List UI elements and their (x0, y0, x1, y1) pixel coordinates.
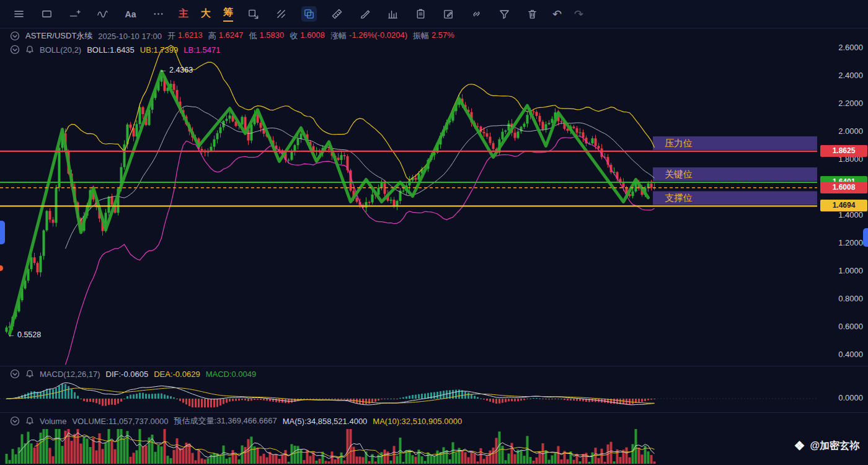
volume-legend: Volume VOLUME:11,057,737.0000 预估成交量:31,3… (10, 415, 462, 427)
annotate-box-icon[interactable] (246, 6, 261, 22)
close-label: 收 (290, 30, 298, 42)
candles-layer (6, 71, 656, 333)
boll-name: BOLL(20,2) (40, 45, 81, 55)
alert-bell-icon[interactable] (25, 417, 34, 425)
low-label: 低 (249, 30, 257, 42)
low-value: 1.5830 (260, 30, 285, 42)
histogram-icon[interactable] (385, 6, 401, 22)
macd-dif-value: DIF:-0.0605 (106, 370, 149, 379)
price-tick: 2.4000 (818, 71, 863, 80)
brand-diamond-icon: ❖ (794, 438, 805, 453)
copy-tool-icon[interactable] (301, 6, 317, 22)
redo-icon[interactable]: ↷ (574, 9, 583, 20)
watermark: ❖ @加密玄祢 (794, 438, 859, 453)
boll-lower-line (66, 136, 655, 365)
open-value: 1.6213 (178, 30, 203, 42)
boll-ub-value: UB:1.7399 (140, 45, 178, 55)
volume-ma5-value: MA(5):34,858,521.4000 (283, 417, 368, 426)
text-tool-icon[interactable]: Aa (123, 6, 138, 22)
left-scroll-handle[interactable] (0, 221, 5, 244)
menu-icon[interactable] (11, 6, 27, 22)
rectangle-tool-icon[interactable] (39, 6, 55, 22)
brush-icon[interactable] (357, 6, 373, 22)
filter-icon[interactable] (497, 6, 512, 22)
macd-histogram-layer (6, 384, 655, 407)
macd-dea-value: DEA:-0.0629 (154, 370, 200, 379)
alert-bell-icon[interactable] (25, 370, 34, 378)
amplitude-label: 振幅 (413, 30, 429, 42)
volume-ma10-value: MA(10):32,510,905.0000 (373, 417, 462, 426)
trend-zigzag-drawing[interactable] (10, 71, 649, 334)
trash-icon[interactable] (525, 6, 540, 22)
volume-bars-layer (6, 429, 656, 464)
high-value: 1.6247 (219, 30, 244, 42)
main-chart-canvas[interactable] (0, 0, 868, 465)
trading-app: Aa 主 大 筹 ↶ ↷ ASTER/USDT永续 2025-10-10 17:… (0, 0, 868, 465)
alert-bell-icon[interactable] (25, 45, 34, 54)
low-price-annotation: ← 0.5528 (7, 330, 41, 339)
macd-dea-line (7, 388, 655, 404)
collapse-chevron-icon[interactable] (10, 31, 20, 41)
parallel-lines-icon[interactable] (273, 6, 289, 22)
right-scroll-handle[interactable] (863, 228, 868, 247)
boll-mid-line (66, 106, 655, 249)
price-tick: 1.2000 (818, 238, 863, 247)
macd-name: MACD(12,26,17) (40, 370, 100, 379)
symbol-name: ASTER/USDT永续 (25, 30, 92, 42)
edit-note-icon[interactable] (441, 6, 456, 22)
wave-tool-icon[interactable] (95, 6, 110, 22)
price-tick: 1.4000 (818, 210, 863, 219)
link-icon[interactable] (469, 6, 484, 22)
toolbar: Aa 主 大 筹 ↶ ↷ (0, 0, 868, 29)
price-tick: 0.8000 (818, 294, 863, 303)
amplitude-value: 2.57% (432, 30, 454, 42)
price-tick: 0.6000 (818, 322, 863, 331)
tab-chips[interactable]: 筹 (223, 6, 233, 22)
price-axis: 2.60002.40002.20002.00001.80001.40001.20… (817, 0, 868, 465)
price-tick: 2.2000 (818, 99, 863, 108)
high-label: 高 (208, 30, 216, 42)
price-badge: 1.6008 (820, 182, 867, 193)
bar-datetime: 2025-10-10 17:00 (98, 32, 162, 41)
volume-name: Volume (40, 417, 66, 426)
open-label: 开 (167, 30, 175, 42)
close-value: 1.6008 (300, 30, 325, 42)
price-tick: 2.6000 (818, 43, 863, 52)
macd-hist-value: MACD:0.0049 (206, 370, 257, 379)
price-badge: 1.4694 (820, 200, 867, 211)
price-tick: 1.0000 (818, 266, 863, 275)
macd-legend: MACD(12,26,17) DIF:-0.0605 DEA:-0.0629 M… (10, 369, 256, 379)
price-tick: 0.4000 (818, 350, 863, 359)
change-value: -1.26%(-0.0204) (349, 30, 407, 42)
collapse-chevron-icon[interactable] (10, 45, 20, 55)
macd-zero-tick: 0.0000 (818, 393, 863, 402)
boll-mid-value: BOLL:1.6435 (87, 45, 135, 55)
ruler-icon[interactable] (329, 6, 345, 22)
volume-estimate: 预估成交量:31,369,466.6667 (174, 415, 277, 427)
undo-icon[interactable]: ↶ (552, 9, 562, 20)
tab-main-chart[interactable]: 主 (179, 7, 188, 20)
collapse-chevron-icon[interactable] (10, 369, 20, 379)
trend-line-tool-icon[interactable] (67, 6, 82, 22)
macd-dif-line (7, 383, 655, 405)
change-label: 涨幅 (330, 30, 347, 42)
collapse-chevron-icon[interactable] (10, 416, 20, 426)
high-price-annotation: ← 2.4363 (159, 66, 193, 74)
tab-large[interactable]: 大 (201, 7, 211, 20)
boll-lb-value: LB:1.5471 (184, 45, 220, 55)
price-badge: 1.8625 (820, 145, 867, 157)
boll-legend: BOLL(20,2) BOLL:1.6435 UB:1.7399 LB:1.54… (10, 45, 221, 55)
level-bands-layer (653, 136, 817, 205)
volume-value: VOLUME:11,057,737.0000 (72, 417, 168, 426)
price-tick: 2.0000 (818, 126, 863, 136)
watermark-text: @加密玄祢 (810, 440, 859, 453)
symbol-legend: ASTER/USDT永续 2025-10-10 17:00 开1.6213 高1… (10, 30, 454, 42)
clipboard-icon[interactable] (413, 6, 428, 22)
more-tools-icon[interactable] (151, 6, 166, 22)
